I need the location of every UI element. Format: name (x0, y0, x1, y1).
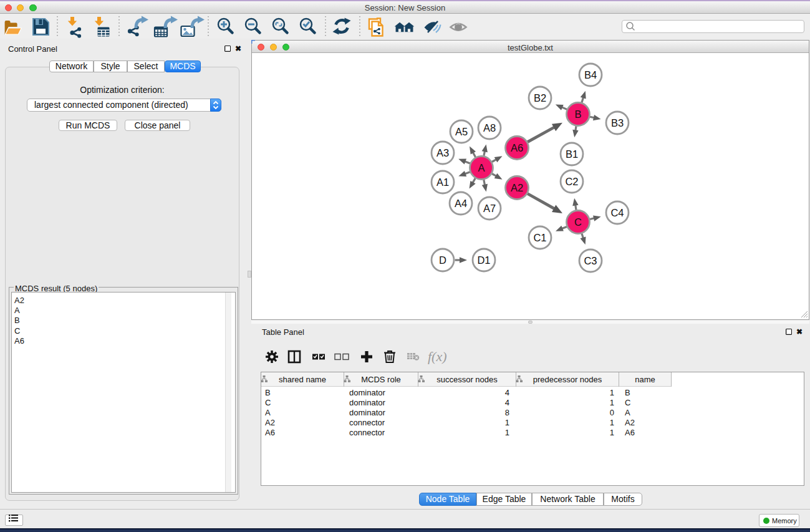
svg-text:A5: A5 (455, 126, 468, 137)
svg-text:C: C (574, 216, 582, 228)
svg-text:C4: C4 (610, 207, 624, 218)
svg-text:B: B (574, 109, 581, 120)
svg-text:B4: B4 (584, 69, 597, 80)
svg-text:C3: C3 (584, 255, 597, 266)
svg-text:A6: A6 (511, 142, 523, 153)
svg-text:B1: B1 (566, 148, 578, 160)
svg-text:A2: A2 (511, 182, 523, 193)
svg-text:A4: A4 (455, 198, 467, 209)
svg-text:D: D (439, 254, 446, 266)
svg-text:f(x): f(x) (428, 349, 447, 364)
svg-text:D1: D1 (477, 254, 490, 266)
svg-text:A7: A7 (483, 203, 496, 214)
svg-text:A: A (478, 162, 485, 173)
svg-text:B2: B2 (534, 92, 546, 104)
svg-text:C1: C1 (533, 232, 546, 243)
svg-text:A1: A1 (436, 177, 449, 188)
svg-text:A3: A3 (436, 147, 449, 158)
svg-text:B3: B3 (611, 117, 624, 128)
svg-text:A8: A8 (483, 122, 496, 133)
svg-text:C2: C2 (565, 176, 578, 187)
